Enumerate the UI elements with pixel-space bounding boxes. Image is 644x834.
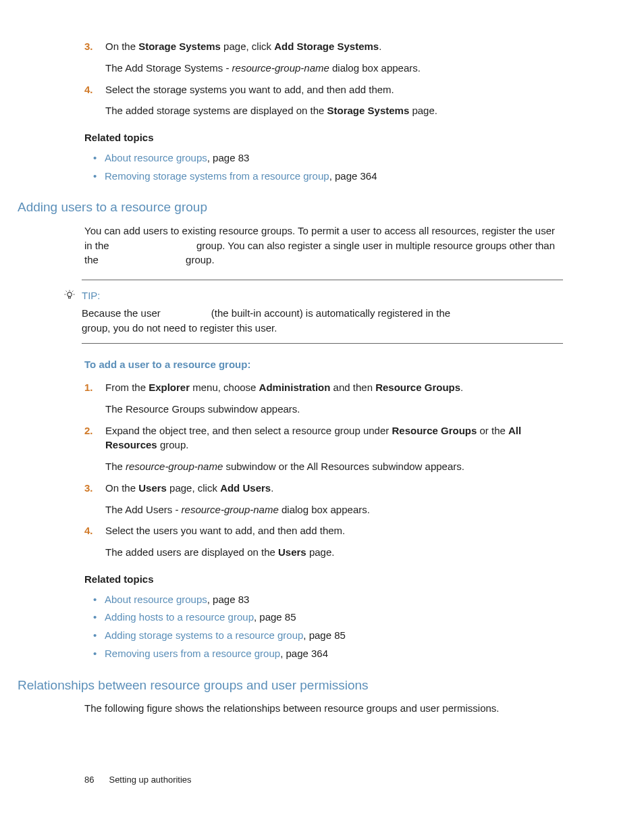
- svg-point-0: [68, 292, 72, 296]
- step-text: On the Users page, click Add Users.: [105, 481, 563, 496]
- related-link-item: Removing users from a resource group, pa…: [84, 646, 563, 661]
- list-item: 1. From the Explorer menu, choose Admini…: [84, 380, 563, 417]
- svg-line-5: [66, 291, 67, 292]
- page: 3. On the Storage Systems page, click Ad…: [0, 0, 644, 834]
- step-number: 1.: [84, 380, 98, 395]
- link-about-resource-groups[interactable]: About resource groups: [105, 152, 207, 163]
- related-topics-heading: Related topics: [84, 130, 563, 145]
- steps-add-user: 1. From the Explorer menu, choose Admini…: [84, 380, 563, 560]
- step-subtext: The Add Users - resource-group-name dial…: [105, 502, 563, 517]
- step-subtext: The resource-group-name subwindow or the…: [105, 459, 563, 474]
- step-text: Expand the object tree, and then select …: [105, 423, 563, 453]
- step-number: 3.: [84, 481, 98, 496]
- tip-icon: [64, 290, 75, 301]
- step-number: 2.: [84, 423, 98, 438]
- step-number: 4.: [84, 82, 98, 97]
- page-footer: 86Setting up authorities: [84, 774, 192, 787]
- link-about-resource-groups[interactable]: About resource groups: [105, 594, 207, 605]
- svg-line-6: [72, 291, 73, 292]
- related-link-item: About resource groups, page 83: [84, 592, 563, 607]
- step-number: 3.: [84, 39, 98, 54]
- section-body: The following figure shows the relations…: [84, 701, 563, 716]
- section-heading-relationships: Relationships between resource groups an…: [18, 676, 563, 695]
- link-removing-users[interactable]: Removing users from a resource group: [105, 648, 280, 659]
- related-topics-heading: Related topics: [84, 572, 563, 587]
- list-item: 4. Select the storage systems you want t…: [84, 82, 563, 119]
- step-subtext: The added storage systems are displayed …: [105, 103, 563, 118]
- section-body: You can add users to existing resource g…: [84, 224, 563, 267]
- related-link-item: Removing storage systems from a resource…: [84, 169, 563, 184]
- list-item: 2. Expand the object tree, and then sele…: [84, 423, 563, 474]
- step-text: On the Storage Systems page, click Add S…: [105, 39, 563, 54]
- related-topics-list: About resource groups, page 83 Removing …: [84, 151, 563, 184]
- tip-body: Because the user (the built-in account) …: [82, 306, 563, 336]
- step-subtext: The Resource Groups subwindow appears.: [105, 402, 563, 417]
- list-item: 4. Select the users you want to add, and…: [84, 523, 563, 560]
- svg-rect-1: [69, 297, 71, 298]
- list-item: 3. On the Storage Systems page, click Ad…: [84, 39, 563, 76]
- tip-label: TIP:: [82, 288, 563, 303]
- list-item: 3. On the Users page, click Add Users. T…: [84, 481, 563, 517]
- related-link-item: About resource groups, page 83: [84, 151, 563, 165]
- step-text: Select the users you want to add, and th…: [105, 523, 563, 538]
- related-link-item: Adding storage systems to a resource gro…: [84, 628, 563, 643]
- page-number: 86: [84, 774, 94, 787]
- link-adding-hosts[interactable]: Adding hosts to a resource group: [105, 611, 254, 623]
- step-subtext: The added users are displayed on the Use…: [105, 545, 563, 560]
- link-adding-storage-systems[interactable]: Adding storage systems to a resource gro…: [105, 629, 303, 641]
- tip-box: TIP: Because the user (the built-in acco…: [82, 280, 563, 344]
- footer-section-title: Setting up authorities: [109, 775, 191, 785]
- steps-storage-systems: 3. On the Storage Systems page, click Ad…: [84, 39, 563, 118]
- procedure-heading: To add a user to a resource group:: [84, 357, 563, 372]
- step-text: Select the storage systems you want to a…: [105, 82, 563, 97]
- section-heading-adding-users: Adding users to a resource group: [18, 198, 563, 217]
- related-topics-list: About resource groups, page 83 Adding ho…: [84, 592, 563, 661]
- step-text: From the Explorer menu, choose Administr…: [105, 380, 563, 395]
- related-link-item: Adding hosts to a resource group, page 8…: [84, 610, 563, 625]
- step-subtext: The Add Storage Systems - resource-group…: [105, 61, 563, 76]
- link-removing-storage-systems[interactable]: Removing storage systems from a resource…: [105, 170, 329, 182]
- step-number: 4.: [84, 523, 98, 538]
